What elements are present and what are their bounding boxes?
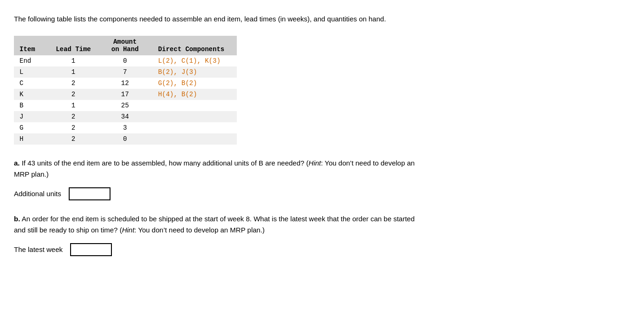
table-row: G23: [14, 122, 237, 133]
table-row: End10L(2), C(1), K(3): [14, 55, 237, 66]
cell-lead-time: 2: [46, 111, 101, 122]
cell-lead-time: 2: [46, 122, 101, 133]
table-row: B125: [14, 100, 237, 111]
cell-direct-components: [149, 111, 237, 122]
cell-item: End: [14, 55, 46, 66]
latest-week-input[interactable]: [70, 243, 112, 256]
section-b-hint: Hint: [122, 226, 135, 234]
components-table-container: Item Lead Time Amount on Hand Direct Com…: [14, 36, 630, 145]
cell-item: J: [14, 111, 46, 122]
cell-lead-time: 1: [46, 55, 101, 66]
table-header-row: Item Lead Time Amount on Hand Direct Com…: [14, 36, 237, 55]
cell-item: H: [14, 133, 46, 145]
section-a-hint: Hint: [309, 159, 321, 167]
section-a-label: a.: [14, 159, 20, 167]
cell-amount: 7: [101, 66, 149, 78]
cell-amount: 0: [101, 133, 149, 145]
cell-amount: 17: [101, 89, 149, 100]
cell-amount: 0: [101, 55, 149, 66]
table-row: L17B(2), J(3): [14, 66, 237, 78]
table-body: End10L(2), C(1), K(3)L17B(2), J(3)C212G(…: [14, 55, 237, 145]
cell-direct-components: G(2), B(2): [149, 78, 237, 89]
additional-units-label: Additional units: [14, 188, 61, 199]
intro-text: The following table lists the components…: [14, 14, 630, 25]
cell-lead-time: 2: [46, 89, 101, 100]
cell-direct-components: [149, 122, 237, 133]
cell-direct-components: [149, 100, 237, 111]
cell-direct-components: [149, 133, 237, 145]
cell-amount: 25: [101, 100, 149, 111]
cell-lead-time: 1: [46, 100, 101, 111]
cell-amount: 34: [101, 111, 149, 122]
cell-lead-time: 2: [46, 133, 101, 145]
cell-item: C: [14, 78, 46, 89]
section-a-text: a. If 43 units of the end item are to be…: [14, 158, 630, 180]
cell-direct-components: L(2), C(1), K(3): [149, 55, 237, 66]
cell-amount: 3: [101, 122, 149, 133]
section-b-text: b. An order for the end item is schedule…: [14, 213, 630, 236]
table-row: K217H(4), B(2): [14, 89, 237, 100]
cell-lead-time: 2: [46, 78, 101, 89]
table-row: C212G(2), B(2): [14, 78, 237, 89]
components-table: Item Lead Time Amount on Hand Direct Com…: [14, 36, 237, 145]
cell-item: L: [14, 66, 46, 78]
additional-units-input[interactable]: [69, 187, 111, 200]
cell-direct-components: B(2), J(3): [149, 66, 237, 78]
latest-week-label: The latest week: [14, 244, 63, 255]
table-row: J234: [14, 111, 237, 122]
cell-direct-components: H(4), B(2): [149, 89, 237, 100]
latest-week-row: The latest week: [14, 243, 630, 256]
col-header-direct-components: Direct Components: [149, 36, 237, 55]
section-a: a. If 43 units of the end item are to be…: [14, 158, 630, 200]
col-header-amount-on-hand: Amount on Hand: [101, 36, 149, 55]
section-b: b. An order for the end item is schedule…: [14, 213, 630, 256]
cell-item: G: [14, 122, 46, 133]
cell-item: K: [14, 89, 46, 100]
section-b-label: b.: [14, 215, 20, 223]
col-header-item: Item: [14, 36, 46, 55]
additional-units-row: Additional units: [14, 187, 630, 200]
cell-amount: 12: [101, 78, 149, 89]
table-row: H20: [14, 133, 237, 145]
cell-item: B: [14, 100, 46, 111]
col-header-lead-time: Lead Time: [46, 36, 101, 55]
cell-lead-time: 1: [46, 66, 101, 78]
